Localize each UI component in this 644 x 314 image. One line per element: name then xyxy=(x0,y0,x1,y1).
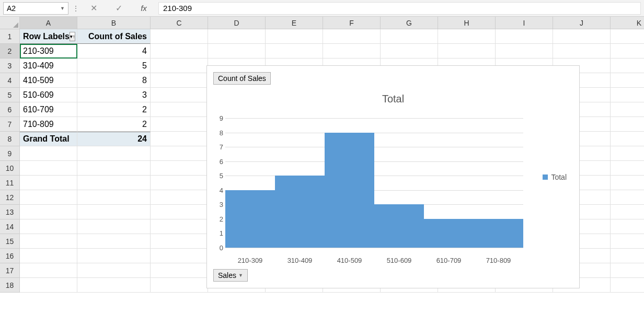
cell[interactable] xyxy=(611,219,644,234)
cell[interactable] xyxy=(77,161,151,176)
cell[interactable] xyxy=(77,176,151,190)
row-header[interactable]: 3 xyxy=(0,59,20,73)
cell[interactable] xyxy=(611,176,644,190)
bar[interactable] xyxy=(424,219,474,248)
cell[interactable] xyxy=(151,278,208,293)
field-button-values[interactable]: Count of Sales xyxy=(213,72,271,85)
row-header[interactable]: 13 xyxy=(0,205,20,219)
cell[interactable] xyxy=(77,190,151,205)
cell[interactable] xyxy=(611,73,644,88)
column-header[interactable]: G xyxy=(381,17,438,29)
cell[interactable] xyxy=(20,146,77,161)
cell[interactable] xyxy=(151,205,208,219)
cell[interactable] xyxy=(611,249,644,263)
row-header[interactable]: 7 xyxy=(0,117,20,132)
cell[interactable] xyxy=(381,29,438,44)
cell[interactable] xyxy=(77,249,151,263)
formula-input[interactable]: 210-309 xyxy=(158,2,641,15)
cell[interactable] xyxy=(151,249,208,263)
cell[interactable] xyxy=(438,29,496,44)
cell[interactable] xyxy=(151,263,208,278)
cell[interactable] xyxy=(496,29,553,44)
cell[interactable] xyxy=(496,44,553,59)
chevron-down-icon[interactable]: ▼ xyxy=(60,6,65,11)
cell[interactable] xyxy=(77,278,151,293)
cell[interactable] xyxy=(20,278,77,293)
cell[interactable] xyxy=(611,205,644,219)
row-header[interactable]: 5 xyxy=(0,88,20,102)
row-header[interactable]: 15 xyxy=(0,234,20,249)
enter-icon[interactable]: ✓ xyxy=(108,2,129,15)
cell[interactable]: Count of Sales xyxy=(77,29,151,44)
cell[interactable] xyxy=(77,219,151,234)
row-header[interactable]: 2 xyxy=(0,44,20,59)
cell[interactable]: Row Labels▾↑ xyxy=(20,29,77,44)
cell[interactable] xyxy=(20,190,77,205)
filter-sort-icon[interactable]: ▾↑ xyxy=(70,32,76,41)
cell[interactable]: 310-409 xyxy=(20,59,77,73)
column-header[interactable]: F xyxy=(323,17,381,29)
cell[interactable] xyxy=(77,263,151,278)
fx-icon[interactable]: fx xyxy=(133,2,154,15)
cell[interactable] xyxy=(611,88,644,102)
select-all-corner[interactable] xyxy=(0,17,20,29)
cell[interactable]: 24 xyxy=(77,132,151,146)
cell[interactable]: 210-309 xyxy=(20,44,77,59)
cell[interactable] xyxy=(611,44,644,59)
cell[interactable] xyxy=(20,249,77,263)
cell[interactable] xyxy=(611,146,644,161)
cell[interactable] xyxy=(323,29,381,44)
cell[interactable] xyxy=(151,219,208,234)
cell[interactable] xyxy=(611,278,644,293)
cell[interactable]: 3 xyxy=(77,88,151,102)
bar[interactable] xyxy=(374,204,424,248)
cell[interactable] xyxy=(77,234,151,249)
cell[interactable] xyxy=(20,234,77,249)
cell[interactable] xyxy=(151,190,208,205)
cell[interactable] xyxy=(20,161,77,176)
cell[interactable] xyxy=(20,205,77,219)
row-header[interactable]: 9 xyxy=(0,146,20,161)
cell[interactable] xyxy=(438,44,496,59)
bar[interactable] xyxy=(474,219,523,248)
cell[interactable] xyxy=(151,29,208,44)
cell[interactable] xyxy=(611,102,644,117)
cell[interactable] xyxy=(553,29,611,44)
column-header[interactable]: A xyxy=(20,17,77,29)
row-header[interactable]: 14 xyxy=(0,219,20,234)
cell[interactable] xyxy=(151,234,208,249)
cell[interactable] xyxy=(611,59,644,73)
cell[interactable]: 710-809 xyxy=(20,117,77,132)
row-header[interactable]: 6 xyxy=(0,102,20,117)
cell[interactable] xyxy=(151,88,208,102)
cell[interactable] xyxy=(151,146,208,161)
row-header[interactable]: 8 xyxy=(0,132,20,146)
column-header[interactable]: B xyxy=(77,17,151,29)
cell[interactable] xyxy=(266,29,323,44)
column-header[interactable]: E xyxy=(266,17,323,29)
cell[interactable] xyxy=(151,132,208,146)
chevron-down-icon[interactable]: ▼ xyxy=(238,273,243,278)
cell[interactable] xyxy=(553,44,611,59)
name-box[interactable]: A2 ▼ xyxy=(3,2,68,15)
cell[interactable] xyxy=(151,117,208,132)
cell[interactable]: 8 xyxy=(77,73,151,88)
cell[interactable] xyxy=(611,117,644,132)
bar[interactable] xyxy=(325,133,374,248)
cell[interactable] xyxy=(611,161,644,176)
cell[interactable] xyxy=(381,44,438,59)
cancel-icon[interactable]: ✕ xyxy=(83,2,104,15)
bar[interactable] xyxy=(275,176,325,248)
row-header[interactable]: 11 xyxy=(0,176,20,190)
cell[interactable] xyxy=(20,263,77,278)
cell[interactable] xyxy=(77,146,151,161)
row-header[interactable]: 4 xyxy=(0,73,20,88)
cell[interactable] xyxy=(208,29,266,44)
cell[interactable] xyxy=(611,234,644,249)
column-header[interactable]: D xyxy=(208,17,266,29)
cell[interactable]: 510-609 xyxy=(20,88,77,102)
pivot-chart[interactable]: Count of Sales Total 0123456789 210-3093… xyxy=(206,65,580,288)
cell[interactable]: 5 xyxy=(77,59,151,73)
row-header[interactable]: 18 xyxy=(0,278,20,293)
cell[interactable] xyxy=(611,263,644,278)
